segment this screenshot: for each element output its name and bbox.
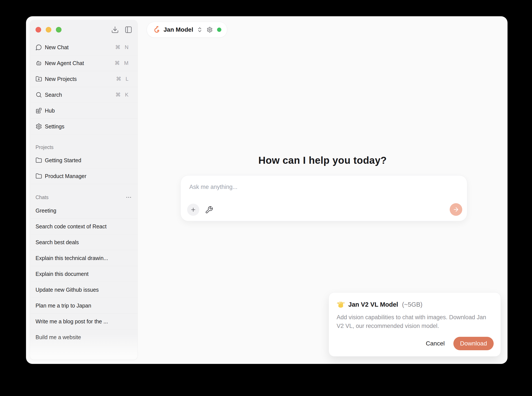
shortcut-hint: ⌘L [116, 76, 129, 82]
toast-model-size: (~5GB) [402, 301, 422, 308]
sidebar-item-new-agent-chat[interactable]: New Agent Chat ⌘M [30, 55, 137, 71]
attach-button[interactable] [187, 204, 199, 216]
sidebar-item-hub[interactable]: Hub [30, 103, 137, 119]
folder-icon [35, 173, 42, 179]
chat-item[interactable]: Update new Github issues [30, 282, 137, 298]
toast-title: Jan V2 VL Model [348, 301, 398, 308]
folder-plus-icon [35, 76, 42, 82]
traffic-light-close[interactable] [35, 27, 41, 33]
download-icon[interactable] [111, 26, 119, 34]
toast-actions: Cancel Download [424, 337, 494, 350]
chat-item[interactable]: Explain this document [30, 266, 137, 282]
chat-bubble-icon [35, 44, 42, 51]
ellipsis-icon[interactable] [125, 194, 132, 201]
app-window: New Chat ⌘N New Agent Chat ⌘M [26, 16, 508, 364]
sidebar-item-label: New Projects [45, 76, 77, 82]
model-selector[interactable]: Jan Model [147, 22, 227, 38]
sidebar-item-search[interactable]: Search ⌘K [30, 87, 137, 103]
chats-section-header: Chats [35, 194, 132, 201]
plus-icon [190, 207, 196, 213]
traffic-lights [35, 27, 62, 33]
panel-left-icon[interactable] [125, 26, 132, 34]
sidebar-item-label: Settings [45, 123, 64, 130]
project-item-product-manager[interactable]: Product Manager [30, 168, 137, 184]
chevrons-up-down-icon[interactable] [197, 27, 203, 33]
tools-button[interactable] [205, 206, 213, 214]
sidebar-titlebar [30, 20, 137, 40]
traffic-light-minimize[interactable] [46, 27, 51, 33]
sidebar-item-label: New Agent Chat [45, 60, 84, 66]
gear-icon [35, 123, 42, 130]
send-arrow-icon [453, 206, 459, 213]
sidebar-item-label: Search [45, 92, 62, 98]
composer [181, 175, 467, 221]
chat-item[interactable]: Greeting [30, 203, 137, 219]
download-model-toast: Jan V2 VL Model (~5GB) Add vision capabi… [328, 292, 501, 356]
chat-item[interactable]: Write me a blog post for the ... [30, 314, 137, 329]
traffic-light-zoom[interactable] [56, 27, 62, 33]
message-input[interactable] [189, 183, 458, 203]
sidebar-item-label: Hub [45, 108, 55, 114]
screenshot-stage: New Chat ⌘N New Agent Chat ⌘M [0, 0, 532, 396]
download-button[interactable]: Download [453, 337, 494, 350]
sidebar-item-new-chat[interactable]: New Chat ⌘N [30, 40, 137, 55]
chat-item[interactable]: Build me a website [30, 329, 137, 345]
cancel-button[interactable]: Cancel [424, 340, 446, 347]
chat-item[interactable]: Plan me a trip to Japan [30, 298, 137, 314]
page-title: How can I help you today? [137, 154, 508, 166]
shortcut-hint: ⌘K [115, 92, 129, 98]
project-item-getting-started[interactable]: Getting Started [30, 152, 137, 168]
sidebar: New Chat ⌘N New Agent Chat ⌘M [30, 20, 137, 360]
sidebar-item-label: New Chat [45, 44, 69, 51]
gear-icon[interactable] [207, 27, 213, 33]
robot-icon [35, 60, 42, 66]
projects-section-header: Projects [35, 145, 132, 150]
shortcut-hint: ⌘M [115, 60, 129, 66]
send-button[interactable] [450, 203, 462, 216]
model-name: Jan Model [164, 26, 193, 33]
sidebar-item-settings[interactable]: Settings [30, 119, 137, 134]
shortcut-hint: ⌘N [115, 44, 129, 50]
search-icon [35, 92, 42, 98]
chat-item[interactable]: Search best deals [30, 234, 137, 250]
sidebar-item-new-projects[interactable]: New Projects ⌘L [30, 71, 137, 87]
toast-header: Jan V2 VL Model (~5GB) [337, 300, 493, 309]
project-item-label: Product Manager [45, 173, 86, 179]
wrench-icon [205, 206, 213, 214]
status-online-dot [217, 28, 221, 32]
chat-item[interactable]: Explain this technical drawin... [30, 250, 137, 266]
folder-icon [35, 157, 42, 163]
project-item-label: Getting Started [45, 157, 81, 163]
jan-logo-icon [153, 26, 160, 34]
blocks-icon [35, 107, 42, 114]
waving-hand-icon [337, 300, 345, 309]
chat-item[interactable]: Search code context of React [30, 219, 137, 234]
toast-body: Add vision capabilities to chat with ima… [337, 313, 495, 330]
